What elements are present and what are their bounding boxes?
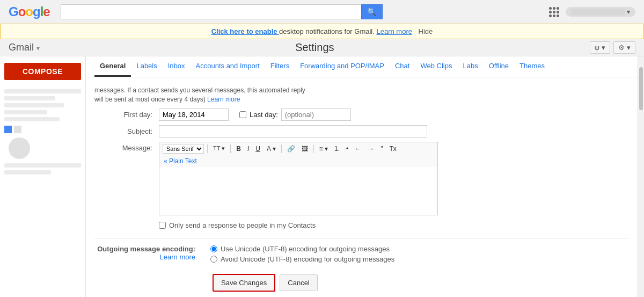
settings-dropdown-icon: ▾ [627,44,631,52]
link-btn[interactable]: 🔗 [285,144,297,154]
italic-btn[interactable]: I [245,144,251,154]
sidebar-avatar [9,137,30,159]
save-changes-button[interactable]: Save Changes [213,274,275,292]
message-textarea[interactable] [159,167,438,215]
content-area: General Labels Inbox Accounts and Import… [86,56,638,297]
notification-description: desktop notifications for Gmail. [279,27,375,35]
last-day-input[interactable] [281,108,351,121]
message-editor-container: Sans Serif TT ▾ B I U A ▾ 🔗 🖼 ≡ ▾ [159,142,438,229]
sidebar-item-2 [4,96,55,100]
main-layout: COMPOSE General Labels Inbox Accounts an… [0,56,644,297]
tab-chat[interactable]: Chat [390,56,415,77]
encoding-radio-unicode[interactable] [210,245,217,252]
tab-web-clips[interactable]: Web Clips [415,56,457,77]
font-size-btn[interactable]: TT ▾ [211,144,227,153]
ordered-list-btn[interactable]: 1. [332,144,342,154]
tab-themes[interactable]: Themes [514,56,550,77]
subject-row: Subject: [94,125,629,137]
first-day-label: First day: [94,111,159,119]
unordered-list-btn[interactable]: • [344,144,350,154]
tab-filters[interactable]: Filters [265,56,295,77]
hide-notification-link[interactable]: Hide [419,27,433,35]
message-row: Message: Sans Serif TT ▾ B I U A ▾ [94,142,629,229]
sidebar-item-6 [4,163,81,168]
auto-reply-note: messages. If a contact sends you several… [94,86,309,104]
indent-less-btn[interactable]: ← [353,144,363,154]
notification-bar: Click here to enable desktop notificatio… [0,24,644,39]
encoding-option-unicode[interactable]: Use Unicode (UTF-8) encoding for outgoin… [210,245,394,253]
scrollbar[interactable] [638,56,644,297]
last-day-checkbox[interactable] [239,111,246,118]
tab-inbox[interactable]: Inbox [163,56,191,77]
remove-format-btn[interactable]: Tx [387,144,399,154]
enable-text: Click here to enable [211,27,277,35]
indent-more-btn[interactable]: → [365,144,376,154]
encoding-option-avoid[interactable]: Avoid Unicode (UTF-8) encoding for outgo… [210,255,394,263]
top-bar: Google 🔍 ▾ [0,0,644,24]
subject-label: Subject: [94,127,159,135]
tab-general[interactable]: General [94,56,131,77]
subject-input[interactable] [159,125,427,137]
page-title: Settings [40,41,590,54]
bold-btn[interactable]: B [234,144,243,154]
action-buttons-row: Save Changes Cancel [94,274,629,292]
first-day-input[interactable] [159,108,229,121]
google-apps-icon[interactable] [549,7,559,17]
font-family-select[interactable]: Sans Serif [163,144,204,154]
contacts-only-checkbox[interactable] [159,222,166,229]
sidebar-item-5 [4,117,60,121]
sidebar-mini-section [4,126,81,133]
settings-tabs: General Labels Inbox Accounts and Import… [86,56,638,77]
sidebar-item-4 [4,110,47,114]
settings-body: messages. If a contact sends you several… [86,77,638,297]
rich-text-toolbar: Sans Serif TT ▾ B I U A ▾ 🔗 🖼 ≡ ▾ [159,142,438,155]
search-bar: 🔍 [61,4,383,19]
header-actions: ψ ▾ ⚙ ▾ [590,41,635,54]
contacts-only-row: Only send a response to people in my Con… [159,221,438,229]
first-day-row: First day: Last day: [94,108,629,121]
tab-forwarding-pop[interactable]: Forwarding and POP/IMAP [295,56,390,77]
tab-accounts-import[interactable]: Accounts and Import [191,56,265,77]
tab-offline[interactable]: Offline [484,56,514,77]
language-button[interactable]: ψ ▾ [590,41,610,54]
search-icon: 🔍 [367,8,376,16]
message-label: Message: [94,142,159,152]
compose-button[interactable]: COMPOSE [4,63,81,80]
user-menu[interactable]: ▾ [566,7,635,17]
enable-notifications-link[interactable]: Click here to enable [211,27,279,35]
sidebar-item-7 [4,170,51,175]
gmail-label[interactable]: Gmail ▾ [9,42,40,53]
encoding-label: Outgoing message encoding: Learn more [94,245,202,261]
encoding-options: Use Unicode (UTF-8) encoding for outgoin… [210,245,394,263]
encoding-learn-more[interactable]: Learn more [94,253,195,261]
plain-text-link[interactable]: « Plain Text [159,155,438,167]
underline-btn[interactable]: U [253,144,262,154]
learn-more-link[interactable]: Learn more [376,27,412,35]
align-btn[interactable]: ≡ ▾ [317,144,330,154]
search-button[interactable]: 🔍 [361,4,383,19]
contacts-only-label: Only send a response to people in my Con… [169,221,316,229]
lang-dropdown-icon: ▾ [602,44,605,52]
sidebar: COMPOSE [0,56,86,297]
text-color-btn[interactable]: A ▾ [265,144,278,154]
last-day-label: Last day: [250,111,278,119]
encoding-radio-avoid[interactable] [210,256,217,263]
last-day-section: Last day: [239,108,351,121]
search-input[interactable] [61,4,361,19]
blockquote-btn[interactable]: " [378,144,385,154]
cancel-button[interactable]: Cancel [280,274,317,291]
tab-labels[interactable]: Labels [131,56,162,77]
settings-button[interactable]: ⚙ ▾ [613,41,635,54]
top-right-controls: ▾ [549,7,635,17]
image-btn[interactable]: 🖼 [299,144,310,154]
sidebar-item-1 [4,89,81,93]
user-dropdown-icon: ▾ [627,8,630,16]
sidebar-item-3 [4,103,64,107]
tab-labs[interactable]: Labs [457,56,483,77]
google-logo: Google [9,4,50,19]
encoding-section: Outgoing message encoding: Learn more Us… [94,238,629,263]
learn-more-auto-reply[interactable]: Learn more [207,96,240,103]
encoding-row: Outgoing message encoding: Learn more Us… [94,245,629,263]
